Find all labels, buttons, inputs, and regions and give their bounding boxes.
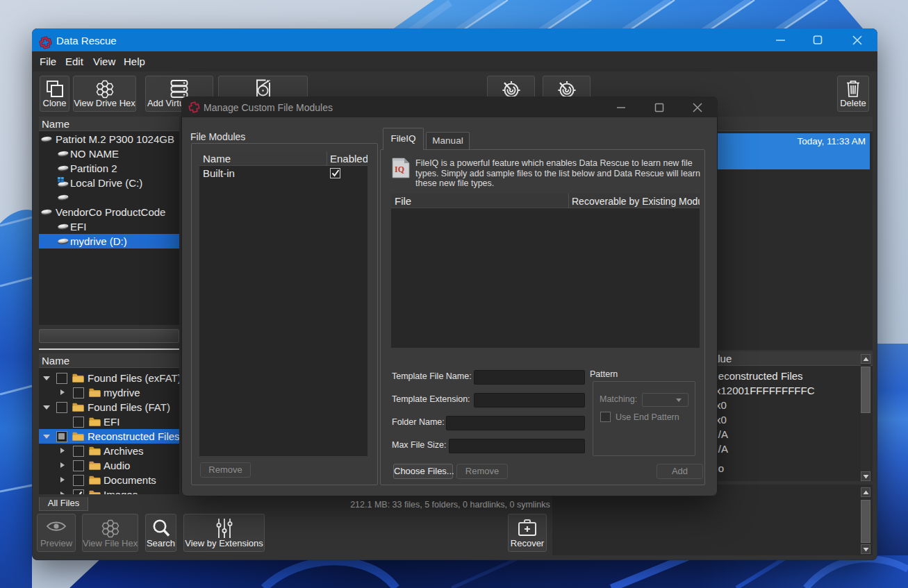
svg-text:IQ: IQ	[395, 165, 404, 174]
